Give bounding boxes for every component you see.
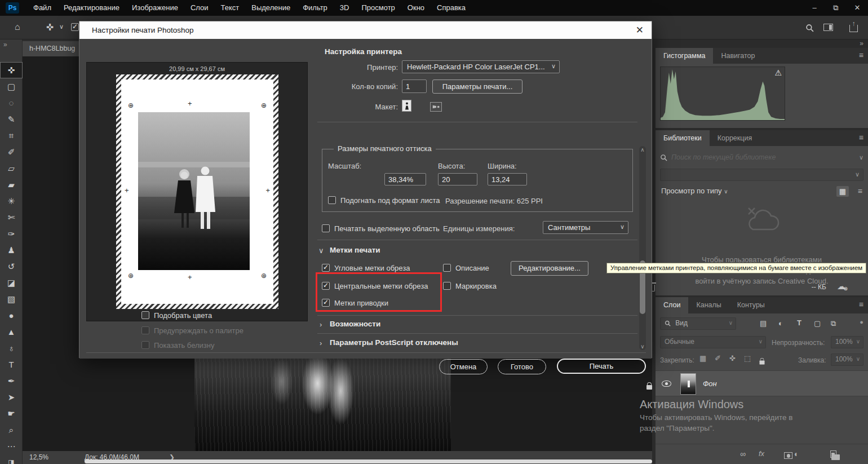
description-checkbox[interactable] [443,264,451,272]
crop-tool[interactable]: ⌗ [0,127,23,144]
match-colors-row[interactable]: Подобрать цвета [141,311,212,320]
hand-tool[interactable]: ☛ [0,405,23,422]
fit-to-page-row[interactable]: Подогнать под формат листа [328,196,440,205]
close-icon[interactable]: ✕ [847,0,868,16]
functions-expand-icon[interactable]: › [320,320,322,329]
filter-shape-layers-icon[interactable]: ▢ [814,319,821,328]
menu-item-layers[interactable]: Слои [184,0,215,16]
restore-icon[interactable]: ⧉ [825,0,847,16]
list-view-icon[interactable]: ≡ [858,187,862,196]
edit-button[interactable]: Редактирование... [511,261,588,276]
menu-item-edit[interactable]: Редактирование [57,0,126,16]
menu-item-3d[interactable]: 3D [334,0,356,16]
lock-all-icon[interactable] [760,360,765,364]
view-by-type[interactable]: Просмотр по типу ∨ [661,187,728,195]
link-layers-icon[interactable]: ∞ [740,449,746,458]
rectangular-marquee-tool[interactable]: ▢ [0,78,23,95]
collapse-tools-icon[interactable]: » [3,41,7,48]
layer-style-fx-icon[interactable]: fx [759,449,764,458]
path-selection-tool[interactable]: ➤ [0,389,23,405]
scale-input[interactable] [384,173,426,185]
copies-input[interactable] [402,79,427,93]
tab-adjustments[interactable]: Коррекция [710,130,760,146]
zoom-level[interactable]: 12,5% [29,453,48,461]
lock-artboard-icon[interactable]: ⬚ [744,354,751,363]
print-selected-checkbox[interactable] [322,224,330,232]
move-tool-icon[interactable]: ✜ [46,22,54,33]
horizontal-scrollbar[interactable] [85,459,652,463]
tab-channels[interactable]: Каналы [688,297,729,313]
eyedropper-tool[interactable]: ✐ [0,144,23,160]
adjustment-layer-icon[interactable]: ◐ [794,449,799,458]
warning-icon[interactable]: ⚠ [774,68,782,77]
lasso-tool[interactable]: ◌ [0,95,23,111]
blend-mode-dropdown[interactable]: Обычные ∨ [660,336,766,348]
match-colors-checkbox[interactable] [141,311,149,319]
zoom-tool[interactable]: ⌕ [0,422,23,438]
layer-row-background[interactable]: Фон [656,370,868,396]
layer-thumbnail[interactable] [680,373,696,395]
menu-item-window[interactable]: Окно [401,0,431,16]
done-button[interactable]: Готово [498,359,546,374]
panel-menu-icon[interactable]: ≡ [859,51,863,60]
new-layer-icon[interactable] [830,450,836,458]
print-selected-row[interactable]: Печатать выделенную область [322,224,440,233]
filter-type-layers-icon[interactable]: T [797,319,801,327]
width-input[interactable] [488,173,527,185]
tab-histogram[interactable]: Гистограмма [656,48,713,64]
minimize-icon[interactable]: – [804,0,825,16]
library-search-field[interactable]: Поиск по текущей библиотеке ∨ [660,151,863,164]
print-button[interactable]: Печать [557,359,646,374]
marks-expand-icon[interactable]: ∨ [318,246,324,255]
cancel-button[interactable]: Отмена [439,359,488,374]
tab-paths[interactable]: Контуры [729,297,773,313]
fit-to-page-checkbox[interactable] [328,196,336,204]
collapse-panels-icon[interactable]: » [860,39,863,47]
portrait-orientation-icon[interactable] [402,100,411,112]
move-tool[interactable]: ✜ [0,62,23,78]
slice-tool[interactable]: ✄ [0,209,23,226]
lock-pixels-icon[interactable]: ✐ [715,354,721,363]
clone-stamp-tool[interactable]: ♟ [0,242,23,258]
gradient-tool[interactable]: ▧ [0,291,23,307]
units-dropdown[interactable]: Сантиметры ∨ [543,221,628,234]
auto-select-checkbox[interactable] [71,23,79,31]
menu-item-select[interactable]: Выделение [245,0,296,16]
workspace-icon[interactable] [823,24,833,31]
type-tool[interactable]: T [0,356,23,373]
menu-item-image[interactable]: Изображение [126,0,184,16]
panel-menu-icon[interactable]: ≡ [859,133,863,142]
share-icon[interactable] [849,25,858,32]
search-icon[interactable] [805,23,814,33]
brush-tool[interactable]: ✑ [0,226,23,242]
scroll-down-icon[interactable]: ∨ [639,343,646,350]
description-row[interactable]: Описание [443,263,489,272]
filter-adjustment-layers-icon[interactable]: ◐ [778,319,783,328]
quick-selection-tool[interactable]: ✎ [0,111,23,127]
dialog-close-icon[interactable]: ✕ [636,21,644,39]
menu-item-view[interactable]: Просмотр [355,0,401,16]
lock-position-icon[interactable]: ✜ [729,354,736,363]
tab-libraries[interactable]: Библиотеки [656,130,710,146]
landscape-orientation-icon[interactable] [430,102,442,112]
scroll-up-icon[interactable]: ∧ [639,147,646,153]
spot-healing-brush-tool[interactable]: ▱ [0,160,23,176]
lock-transparency-icon[interactable]: ▦ [699,354,706,363]
layer-mask-icon[interactable] [784,452,792,459]
quick-mask-icon[interactable]: ◨ [0,454,23,464]
chevron-down-icon[interactable]: ∨ [859,154,863,161]
filter-pixel-layers-icon[interactable]: ▤ [760,319,767,328]
paper-preview[interactable]: + + + + ⊕ ⊕ ⊕ ⊕ [116,74,278,309]
layer-filter-dropdown[interactable]: Вид ∨ [660,317,736,330]
menu-item-filter[interactable]: Фильтр [296,0,334,16]
pattern-stamp-tool[interactable]: ✳ [0,193,23,209]
filter-smart-objects-icon[interactable]: ⧉ [831,319,836,328]
labels-checkbox[interactable] [443,282,451,290]
opacity-dropdown[interactable]: 100% ∨ [831,336,863,348]
dodge-tool[interactable]: ♁ [0,340,23,356]
history-brush-tool[interactable]: ↺ [0,258,23,275]
sharpen-tool[interactable]: ▲ [0,324,23,340]
grid-view-icon[interactable]: ▦ [836,186,849,197]
print-settings-button[interactable]: Параметры печати... [432,79,522,94]
labels-row[interactable]: Маркировка [443,281,497,290]
